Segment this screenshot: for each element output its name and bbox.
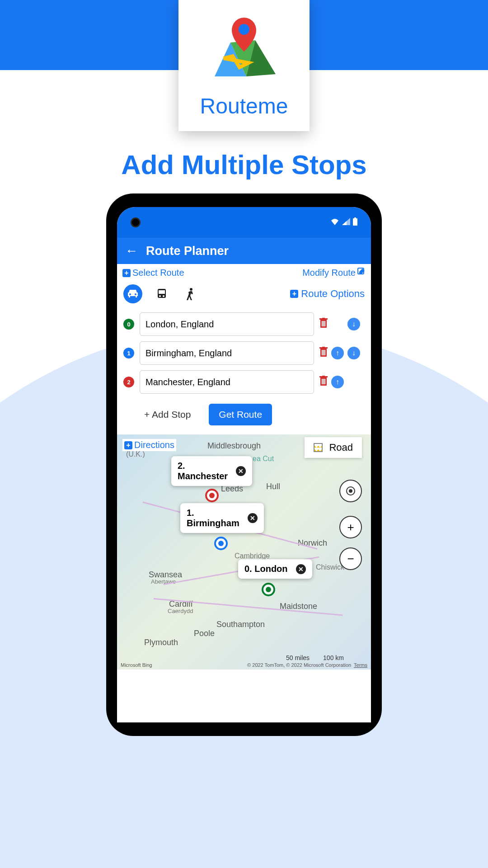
callout-text: 2. Manchester [178, 461, 228, 481]
svg-rect-30 [322, 379, 323, 384]
map-attribution-left: Microsoft Bing [121, 662, 152, 668]
svg-rect-23 [322, 347, 325, 348]
close-icon[interactable]: ✕ [248, 513, 258, 523]
stop-input[interactable]: London, England [140, 312, 314, 336]
map-scale: 50 miles 100 km [286, 654, 344, 661]
car-mode-icon[interactable] [123, 284, 142, 303]
bus-mode-icon[interactable] [152, 284, 171, 303]
stop-badge: 1 [123, 348, 134, 359]
walk-mode-icon[interactable] [181, 284, 200, 303]
wifi-icon [330, 218, 339, 227]
close-icon[interactable]: ✕ [236, 466, 246, 476]
layers-icon [314, 443, 323, 452]
plus-icon: + [122, 269, 131, 277]
move-up-icon[interactable]: ↑ [331, 347, 344, 359]
stops-list: 0 London, England ↓ 1 Birmingham, Englan… [117, 309, 371, 403]
phone-screen: ← Route Planner + Select Route Modify Ro… [117, 207, 371, 722]
svg-rect-25 [323, 350, 324, 355]
map-label: ea Cut [253, 455, 274, 463]
map-callout[interactable]: 0. London ✕ [238, 559, 312, 579]
map-type-label: Road [329, 442, 353, 453]
directions-button[interactable]: + Directions [122, 439, 176, 451]
modify-route-button[interactable]: Modify Route [302, 268, 366, 278]
plus-icon: + [124, 441, 132, 449]
map-label: Caerdydd [168, 608, 193, 614]
svg-rect-17 [322, 318, 325, 319]
route-options-label: Route Options [301, 288, 365, 300]
stop-row: 0 London, England ↓ [123, 312, 365, 336]
svg-point-34 [349, 489, 352, 493]
svg-point-4 [239, 24, 249, 35]
map-city-label: Chiswick [316, 563, 344, 571]
stop-row: 2 Manchester, England ↑ [123, 370, 365, 394]
map-pin[interactable] [262, 583, 275, 596]
svg-rect-32 [324, 379, 325, 384]
map[interactable]: + Directions Road + − Middlesbrough (U.K… [117, 434, 371, 670]
logo-card: Routeme [178, 0, 310, 131]
svg-rect-18 [322, 321, 323, 326]
status-bar [117, 207, 371, 238]
map-type-selector[interactable]: Road [305, 437, 362, 458]
trash-icon[interactable] [319, 347, 328, 359]
move-up-icon[interactable]: ↑ [331, 376, 344, 388]
map-callout[interactable]: 1. Birmingham ✕ [180, 503, 264, 533]
headline: Add Multiple Stops [0, 149, 488, 180]
stop-badge: 2 [123, 377, 134, 387]
select-route-button[interactable]: + Select Route [122, 268, 184, 278]
phone-frame: ← Route Planner + Select Route Modify Ro… [106, 193, 382, 736]
close-icon[interactable]: ✕ [296, 564, 306, 574]
zoom-out-icon[interactable]: − [339, 547, 362, 570]
stop-input[interactable]: Birmingham, England [140, 341, 314, 365]
top-actions-row: + Select Route Modify Route [117, 264, 371, 282]
svg-rect-26 [324, 350, 325, 355]
map-city-label: Plymouth [144, 638, 178, 647]
zoom-in-icon[interactable]: + [339, 516, 362, 538]
map-city-label: Southampton [216, 620, 265, 629]
svg-rect-19 [323, 321, 324, 326]
directions-label: Directions [134, 440, 174, 450]
svg-rect-31 [323, 379, 324, 384]
move-down-icon[interactable]: ↓ [347, 347, 360, 359]
stop-row: 1 Birmingham, England ↑ ↓ [123, 341, 365, 365]
svg-rect-5 [354, 217, 356, 218]
trash-icon[interactable] [319, 318, 328, 330]
app-name: Routeme [200, 94, 288, 118]
map-pin[interactable] [214, 537, 228, 550]
camera-hole [131, 217, 141, 227]
svg-rect-29 [322, 376, 325, 377]
svg-rect-24 [322, 350, 323, 355]
svg-point-13 [163, 295, 164, 297]
modify-route-label: Modify Route [302, 268, 356, 278]
map-city-label: Norwich [298, 538, 327, 548]
stop-input[interactable]: Manchester, England [140, 370, 314, 394]
map-pin[interactable] [205, 489, 219, 502]
map-city-label: Middlesbrough [207, 441, 261, 451]
locate-icon[interactable] [339, 480, 362, 502]
app-bar: ← Route Planner [117, 238, 371, 264]
add-stop-button[interactable]: + Add Stop [144, 409, 191, 420]
map-city-label: Hull [266, 482, 280, 491]
map-city-label: Poole [194, 629, 215, 638]
trash-icon[interactable] [319, 376, 328, 388]
svg-point-14 [190, 288, 192, 291]
svg-rect-20 [324, 321, 325, 326]
svg-rect-11 [159, 290, 165, 294]
svg-rect-6 [353, 218, 357, 226]
plus-icon: + [290, 290, 298, 298]
back-arrow-icon[interactable]: ← [125, 244, 138, 258]
stop-badge: 0 [123, 319, 134, 330]
app-bar-title: Route Planner [146, 244, 229, 258]
battery-icon [353, 217, 357, 227]
map-label: (U.K.) [126, 450, 145, 458]
move-down-icon[interactable]: ↓ [347, 318, 360, 330]
map-callout[interactable]: 2. Manchester ✕ [171, 456, 252, 486]
bottom-actions: + Add Stop Get Route [117, 403, 371, 434]
route-options-button[interactable]: + Route Options [290, 288, 365, 300]
transport-mode-row: + Route Options [117, 282, 371, 309]
map-attribution-right: © 2022 TomTom, © 2022 Microsoft Corporat… [247, 662, 367, 668]
terms-link[interactable]: Terms [354, 662, 367, 668]
callout-text: 1. Birmingham [187, 508, 239, 528]
svg-point-9 [135, 293, 136, 295]
select-route-label: Select Route [132, 268, 184, 278]
get-route-button[interactable]: Get Route [209, 404, 272, 425]
